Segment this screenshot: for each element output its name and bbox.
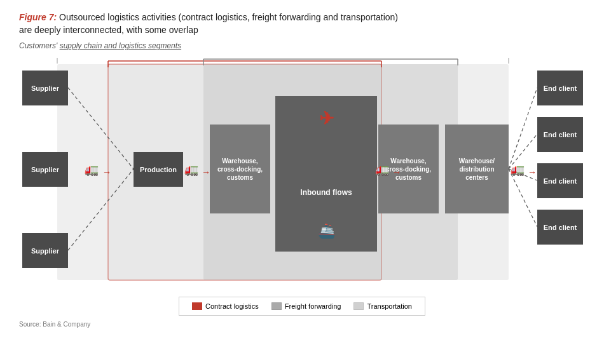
supplier-node-2: Supplier <box>22 152 68 187</box>
legend: Contract logistics Freight forwarding Tr… <box>179 297 425 316</box>
end-client-node-3: End client <box>537 163 583 198</box>
plane-icon: ✈ <box>319 107 334 130</box>
svg-line-4 <box>68 169 134 250</box>
figure-label: Figure 7: <box>19 12 57 22</box>
inbound-label: Inbound flows <box>300 188 352 198</box>
diagram-subtitle: Customers' supply chain and logistics se… <box>19 41 585 50</box>
legend-box-freight <box>271 302 282 310</box>
legend-label-contract: Contract logistics <box>205 302 259 310</box>
end-client-node-4: End client <box>537 210 583 245</box>
production-node: Production <box>134 152 183 187</box>
legend-label-freight: Freight forwarding <box>285 302 341 310</box>
diagram: Supplier Supplier Supplier Production Wa… <box>22 58 582 293</box>
distribution-center-node: Warehouse/ distribution centers <box>445 125 509 213</box>
end-client-node-2: End client <box>537 117 583 152</box>
source-text: Source: Bain & Company <box>19 321 585 328</box>
arrow-2: → <box>202 167 210 177</box>
end-client-node-1: End client <box>537 71 583 105</box>
truck-icon-4: 🚛 <box>511 163 525 177</box>
legend-box-transport <box>353 302 364 310</box>
arrow-1: → <box>102 167 111 177</box>
figure-subtitle: are deeply interconnected, with some ove… <box>19 25 198 35</box>
supplier-node-1: Supplier <box>22 71 68 105</box>
legend-box-contract <box>192 302 202 310</box>
legend-item-transport: Transportation <box>353 302 412 310</box>
ship-icon: 🚢 <box>318 222 335 241</box>
figure-title-text: Outsourced logistics activities (contrac… <box>59 12 398 22</box>
arrow-4: → <box>528 167 537 177</box>
legend-item-freight: Freight forwarding <box>271 302 341 310</box>
svg-line-8 <box>509 169 537 227</box>
inbound-flows-node: ✈ Inbound flows 🚢 <box>275 96 377 252</box>
warehouse-node-1: Warehouse, cross-docking, customs <box>210 125 270 213</box>
page-container: Figure 7: Outsourced logistics activitie… <box>0 0 604 364</box>
supplier-node-3: Supplier <box>22 233 68 268</box>
svg-line-5 <box>509 88 537 169</box>
truck-icon-1: 🚛 <box>85 163 99 177</box>
svg-line-3 <box>68 88 134 169</box>
arrow-3: → <box>392 167 401 177</box>
truck-icon-2: 🚛 <box>184 163 198 177</box>
truck-icon-3: 🚛 <box>375 163 389 177</box>
legend-label-transport: Transportation <box>367 302 412 310</box>
subtitle-underline: supply chain and logistics segments <box>60 41 181 50</box>
legend-item-contract: Contract logistics <box>192 302 259 310</box>
figure-title: Figure 7: Outsourced logistics activitie… <box>19 11 585 36</box>
